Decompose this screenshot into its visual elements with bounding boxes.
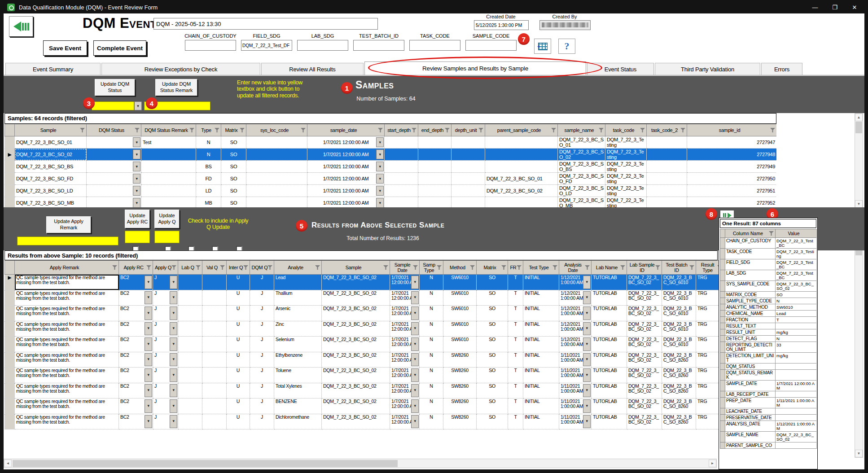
results-cell-fr[interactable]: T (508, 321, 523, 337)
chevron-down-icon[interactable] (133, 149, 140, 159)
results-cell-test_type[interactable]: INITIAL (523, 352, 559, 368)
samples-header-unit[interactable]: depth_unit (452, 124, 485, 136)
chevron-down-icon[interactable] (376, 149, 384, 159)
results-cell-sample[interactable]: DQM_7_22_3_BC_SO_02 (322, 368, 390, 383)
samples-cell-unit[interactable] (452, 185, 485, 197)
samples-cell-id[interactable]: 2727949 (687, 161, 777, 173)
results-cell-test_type[interactable]: INITIAL (523, 337, 559, 352)
results-cell-lab_name[interactable]: TUTORLAB (592, 368, 627, 383)
test-batch-id-input[interactable] (353, 40, 404, 51)
one-result-row-selector[interactable] (720, 408, 725, 415)
apply-remark-input[interactable] (17, 236, 118, 245)
chevron-down-icon[interactable] (583, 353, 591, 367)
samples-cell-matrix[interactable]: SO (221, 136, 246, 149)
samples-header-matrix[interactable]: Matrix (221, 124, 246, 136)
samples-cell-end[interactable] (418, 185, 452, 197)
samples-header-start[interactable]: start_depth (385, 124, 418, 136)
samples-cell-remark[interactable] (141, 197, 196, 209)
samples-cell-matrix[interactable]: SO (221, 149, 246, 161)
samples-cell-date[interactable]: 1/7/2021 12:00:00 AM (307, 136, 385, 149)
results-cell-lab_name[interactable]: TUTORLAB (592, 414, 627, 429)
results-cell-samp_type[interactable]: N (420, 368, 443, 383)
one-result-cell-name[interactable]: LEACHATE_DATE (725, 408, 776, 415)
results-cell-inter_q[interactable]: U (227, 337, 250, 352)
chevron-down-icon[interactable] (170, 384, 177, 398)
update-dqm-status-remark-button[interactable]: Update DQM Status Remark (155, 79, 197, 96)
results-cell-test_type[interactable]: INITIAL (523, 368, 559, 383)
one-result-cell-value[interactable]: DQM_7_22_3_Testing (776, 249, 817, 259)
results-cell-remark[interactable]: QC sample types required for the method … (15, 399, 119, 414)
samples-cell-sys_loc[interactable] (246, 149, 307, 161)
chevron-down-icon[interactable] (145, 307, 152, 320)
lab-sdg-input[interactable] (297, 40, 348, 51)
results-cell-inter_q[interactable]: U (227, 383, 250, 399)
one-result-cell-value[interactable]: N (776, 336, 817, 342)
results-cell-val_q[interactable] (202, 399, 227, 414)
chevron-down-icon[interactable] (145, 322, 152, 336)
samples-cell-type[interactable]: BS (196, 161, 221, 173)
results-cell-method[interactable]: SW6010 (443, 275, 477, 290)
results-cell-fr[interactable]: T (508, 368, 523, 383)
one-result-cell-name[interactable]: DETECT_FLAG (725, 336, 776, 342)
chevron-down-icon[interactable] (133, 174, 140, 184)
chevron-down-icon[interactable] (145, 353, 152, 367)
results-cell-lab_name[interactable]: TUTORLAB (592, 306, 627, 321)
results-cell-method[interactable]: SW8260 (443, 368, 477, 383)
samples-row-selector[interactable] (5, 197, 15, 209)
samples-cell-unit[interactable] (452, 173, 485, 185)
samples-cell-unit[interactable] (452, 197, 485, 209)
results-cell-sample_date[interactable]: 1/7/2021 12:00:00 AM (390, 275, 420, 290)
chevron-down-icon[interactable] (170, 399, 177, 413)
filter-icon[interactable] (267, 265, 272, 270)
results-cell-val_q[interactable] (202, 306, 227, 321)
one-result-cell-name[interactable]: LAB_SDG (725, 270, 776, 281)
results-row-selector[interactable] (5, 352, 15, 368)
one-result-cell-value[interactable]: N (776, 298, 817, 304)
results-cell-val_q[interactable] (202, 352, 227, 368)
results-header-lab_sample_id[interactable]: Lab Sample ID (627, 261, 662, 275)
results-cell-val_q[interactable] (202, 321, 227, 337)
samples-header-remark[interactable]: DQM Status Remark (141, 124, 196, 136)
samples-cell-date[interactable]: 1/7/2021 12:00:00 AM (307, 185, 385, 197)
samples-cell-type[interactable]: N (196, 136, 221, 149)
one-result-cell-value[interactable]: 1/12/2021 1:00:00 AM (776, 421, 817, 432)
filter-icon[interactable] (551, 128, 556, 132)
one-result-cell-name[interactable]: TASK_CODE (725, 249, 776, 259)
chevron-down-icon[interactable] (376, 198, 384, 208)
update-apply-q-button[interactable]: Update Apply Q (154, 210, 180, 228)
samples-cell-parent[interactable] (485, 149, 558, 161)
samples-header-id[interactable]: sample_id (687, 124, 777, 136)
results-cell-test_type[interactable]: INITIAL (523, 321, 559, 337)
results-cell-val_q[interactable] (202, 414, 227, 429)
results-row-selector[interactable] (5, 383, 15, 399)
samples-cell-task2[interactable] (647, 161, 687, 173)
results-cell-apply_rc[interactable]: BC2 (119, 399, 153, 414)
samples-cell-id[interactable]: 2727952 (687, 197, 777, 209)
samples-cell-sample[interactable]: DQM_7_22_3_BC_SO_FD (15, 173, 87, 185)
samples-cell-end[interactable] (418, 197, 452, 209)
samples-cell-task[interactable]: DQM_7_22_3_Testing (605, 197, 647, 209)
samples-cell-id[interactable]: 2727951 (687, 185, 777, 197)
dqm-status-combo[interactable] (92, 101, 134, 110)
results-cell-method[interactable]: SW6010 (443, 306, 477, 321)
results-cell-analysis_date[interactable]: 1/11/2021 1:00:00 AM (559, 414, 592, 429)
results-cell-apply_rc[interactable]: BC2 (119, 383, 153, 399)
results-cell-analysis_date[interactable]: 1/12/2021 1:00:00 AM (559, 306, 592, 321)
one-result-row-selector[interactable] (720, 342, 725, 353)
results-cell-dqm_q[interactable]: J (250, 337, 274, 352)
samples-header-sys_loc[interactable]: sys_loc_code (246, 124, 307, 136)
samples-cell-status[interactable] (87, 136, 141, 149)
results-cell-samp_type[interactable]: N (420, 275, 443, 290)
results-cell-matrix[interactable]: SO (477, 337, 508, 352)
chevron-down-icon[interactable] (583, 307, 591, 320)
results-cell-method[interactable]: SW8260 (443, 352, 477, 368)
results-cell-inter_q[interactable]: U (227, 414, 250, 429)
one-result-header-value[interactable]: Value (776, 229, 817, 238)
one-result-cell-name[interactable]: ANALYSIS_DATE (725, 421, 776, 432)
samples-cell-matrix[interactable]: SO (221, 185, 246, 197)
results-cell-lab_sample_id[interactable]: DQM_7_22_3_BC_SO_02 (627, 306, 662, 321)
results-cell-lab_sample_id[interactable]: DQM_7_22_3_BC_SO_02 (627, 414, 662, 429)
results-cell-test_batch_id[interactable]: DQM_22_3_BC_SO_6010 (662, 290, 696, 306)
chevron-down-icon[interactable] (583, 322, 591, 336)
results-cell-dqm_q[interactable]: J (250, 275, 274, 290)
